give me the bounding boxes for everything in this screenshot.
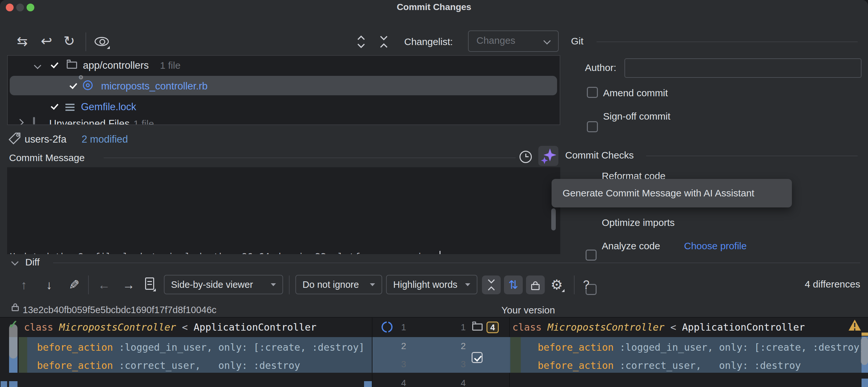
commit-changes-dialog: Commit Changes ⇆ ↩ ↻ Changelist: Changes… (0, 0, 868, 387)
tree-item-label: Unversioned Files (49, 118, 129, 125)
diff-toolbar-separator (574, 275, 575, 294)
amend-commit-checkbox[interactable] (587, 87, 598, 98)
viewer-mode-value: Side-by-side viewer (171, 279, 253, 290)
author-label: Author: (585, 62, 616, 73)
amend-commit-label: Amend commit (603, 88, 668, 98)
edit-pencil-icon[interactable]: ✎ (69, 277, 80, 292)
code-line[interactable]: before_action :correct_user, only: :dest… (25, 360, 300, 371)
commit-line: Updated the Gemfile.lock to include the … (10, 248, 560, 254)
previous-difference-icon[interactable]: ↑ (21, 278, 27, 292)
disable-editing-toggle[interactable] (526, 275, 545, 294)
unversioned-checkbox[interactable] (33, 117, 35, 124)
expand-all-icon[interactable] (355, 34, 367, 51)
git-section-divider (597, 41, 858, 42)
changelist-label: Changelist: (404, 36, 453, 47)
tree-item-label: app/controllers (83, 60, 149, 71)
signoff-commit-checkbox[interactable] (587, 121, 598, 132)
code-line[interactable]: before_action :correct_user, only: :dest… (526, 360, 801, 371)
diff-header[interactable]: Diff (25, 257, 39, 268)
sync-scrolling-toggle[interactable]: ⇅ (504, 275, 523, 294)
list-file-icon (65, 103, 74, 105)
inspection-marker (862, 332, 868, 336)
diff-toolbar-separator (289, 275, 289, 294)
viewer-mode-dropdown[interactable]: Side-by-side viewer (164, 275, 283, 294)
next-difference-icon[interactable]: ↓ (46, 278, 52, 292)
line-number: 1 (444, 322, 466, 332)
change-applied-check-icon[interactable]: ✓ (8, 318, 18, 331)
gear-dropdown-corner-icon (562, 289, 564, 292)
chevron-right-icon[interactable] (17, 119, 24, 125)
diff-settings-gear-icon[interactable]: ⚙ (551, 277, 563, 293)
collapse-all-icon[interactable] (378, 34, 390, 51)
analyze-code-label: Analyze code (602, 240, 660, 251)
sync-scroll-icon: ⇅ (508, 278, 518, 292)
modified-count-link[interactable]: 2 modified (82, 133, 128, 145)
highlight-mode-dropdown[interactable]: Highlight words (386, 275, 477, 294)
commit-message-header: Commit Message (9, 152, 85, 163)
scrollbar-change-marker (364, 381, 372, 387)
diff-collapse-chevron-icon[interactable] (11, 258, 19, 266)
tree-item-label: microposts_controller.rb (101, 80, 208, 92)
ignored-change-gutter-strip (510, 337, 521, 373)
refresh-icon[interactable]: ↻ (63, 33, 75, 49)
commit-message-textarea[interactable]: Updated the Gemfile.lock to include the … (7, 167, 560, 254)
ignore-policy-dropdown[interactable]: Do not ignore (296, 275, 382, 294)
dropdown-arrow-icon (465, 283, 470, 286)
rollback-icon[interactable]: ↩ (41, 33, 52, 49)
branch-name[interactable]: users-2fa (25, 133, 66, 145)
change-count-badge: 4 (487, 322, 499, 333)
code-line[interactable]: class MicropostsController < Application… (24, 322, 316, 333)
code-line[interactable]: before_action :logged_in_user, only: [:c… (526, 341, 865, 353)
revision-lock-icon (12, 302, 19, 311)
diff-left-pane[interactable]: ✓ class MicropostsController < Applicati… (0, 318, 372, 387)
code-line[interactable]: before_action :logged_in_user, only: [:c… (25, 341, 365, 353)
previous-change-icon[interactable]: ← (98, 278, 110, 292)
move-to-changelist-icon[interactable]: ⇆ (17, 34, 28, 49)
line-number: 2 (444, 341, 466, 351)
chevron-down-icon[interactable] (34, 62, 41, 69)
help-icon[interactable]: ? (583, 278, 589, 292)
code-line[interactable]: class MicropostsController < Application… (513, 322, 805, 333)
diff-preview-eye-icon[interactable] (95, 37, 109, 46)
warning-triangle-icon[interactable] (848, 320, 861, 331)
line-number: 4 (385, 378, 406, 387)
next-change-icon[interactable]: → (122, 278, 135, 292)
diff-divider (53, 263, 860, 263)
scrollbar-change-marker (1, 381, 7, 387)
whitespace-doc-icon[interactable] (145, 277, 154, 290)
doc-dropdown-corner-icon (153, 289, 156, 291)
window-title: Commit Changes (0, 2, 868, 12)
highlight-mode-value: Highlight words (393, 279, 457, 290)
your-version-label: Your version (501, 305, 555, 316)
choose-profile-link[interactable]: Choose profile (684, 240, 747, 251)
ai-assistant-button[interactable] (538, 146, 558, 166)
line-number: 1 (385, 322, 406, 332)
right-pane-scrollbar-thumb[interactable] (861, 337, 868, 365)
collapse-unchanged-toggle[interactable] (482, 275, 501, 294)
changelist-dropdown[interactable]: Changes (468, 30, 559, 52)
folder-icon[interactable] (472, 324, 483, 331)
chevron-down-icon (544, 37, 551, 45)
ai-sparkle-icon (538, 146, 558, 166)
diff-right-pane[interactable]: class MicropostsController < Application… (510, 318, 868, 387)
branch-tag-icon (8, 131, 21, 147)
dropdown-arrow-icon (271, 283, 276, 286)
commit-checks-header: Commit Checks (565, 150, 634, 161)
history-clock-icon[interactable] (520, 151, 532, 163)
lock-icon (531, 284, 539, 290)
soft-wrap-icon: ↵ (440, 253, 445, 254)
toolbar-separator (86, 32, 86, 51)
commit-message-scrollbar[interactable] (551, 208, 556, 231)
line-number: 2 (385, 341, 406, 351)
eye-dropdown-corner-icon (107, 46, 110, 49)
diff-editor-region: ✓ class MicropostsController < Applicati… (0, 317, 868, 387)
optimize-imports-checkbox[interactable] (586, 249, 597, 261)
collapse-unchanged-icon (486, 278, 497, 292)
author-input[interactable] (624, 58, 862, 78)
scrollbar-change-marker (9, 381, 18, 387)
diff-center-gutter: 1 2 3 4 1 2 3 4 4 (372, 318, 510, 387)
include-change-checkbox[interactable] (471, 352, 483, 363)
differences-count: 4 differences (739, 279, 860, 290)
changes-tree-panel: app/controllers 1 file ⚙ microposts_cont… (7, 55, 560, 125)
optimize-imports-label: Optimize imports (602, 217, 675, 228)
